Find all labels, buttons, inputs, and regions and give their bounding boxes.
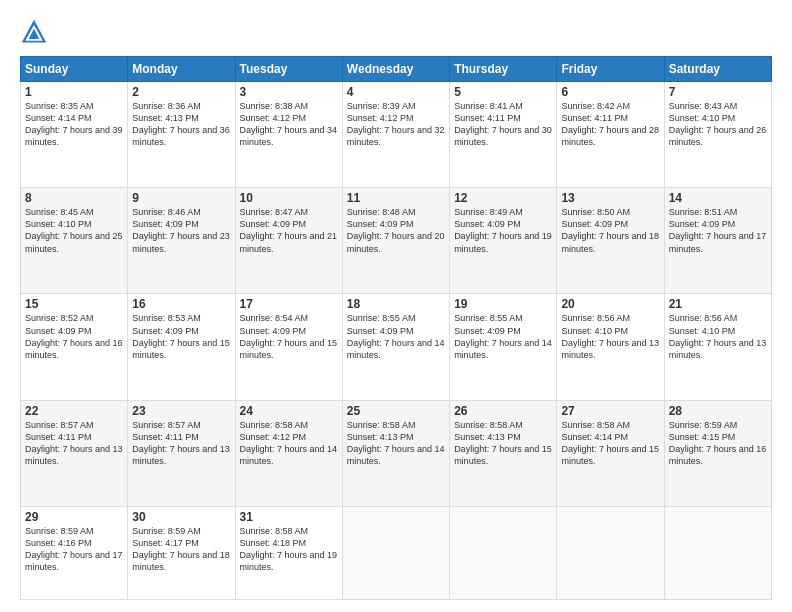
calendar-header-wednesday: Wednesday <box>342 57 449 82</box>
day-number: 19 <box>454 297 552 311</box>
calendar-cell: 20 Sunrise: 8:56 AMSunset: 4:10 PMDaylig… <box>557 294 664 400</box>
cell-info: Sunrise: 8:43 AMSunset: 4:10 PMDaylight:… <box>669 101 767 147</box>
calendar-cell: 11 Sunrise: 8:48 AMSunset: 4:09 PMDaylig… <box>342 188 449 294</box>
calendar-cell: 3 Sunrise: 8:38 AMSunset: 4:12 PMDayligh… <box>235 82 342 188</box>
cell-info: Sunrise: 8:46 AMSunset: 4:09 PMDaylight:… <box>132 207 230 253</box>
day-number: 17 <box>240 297 338 311</box>
calendar-cell: 19 Sunrise: 8:55 AMSunset: 4:09 PMDaylig… <box>450 294 557 400</box>
cell-info: Sunrise: 8:41 AMSunset: 4:11 PMDaylight:… <box>454 101 552 147</box>
cell-info: Sunrise: 8:57 AMSunset: 4:11 PMDaylight:… <box>25 420 123 466</box>
day-number: 4 <box>347 85 445 99</box>
cell-info: Sunrise: 8:36 AMSunset: 4:13 PMDaylight:… <box>132 101 230 147</box>
calendar-header-row: SundayMondayTuesdayWednesdayThursdayFrid… <box>21 57 772 82</box>
day-number: 31 <box>240 510 338 524</box>
calendar-cell: 9 Sunrise: 8:46 AMSunset: 4:09 PMDayligh… <box>128 188 235 294</box>
calendar-cell: 12 Sunrise: 8:49 AMSunset: 4:09 PMDaylig… <box>450 188 557 294</box>
cell-info: Sunrise: 8:58 AMSunset: 4:12 PMDaylight:… <box>240 420 338 466</box>
page: SundayMondayTuesdayWednesdayThursdayFrid… <box>0 0 792 612</box>
cell-info: Sunrise: 8:50 AMSunset: 4:09 PMDaylight:… <box>561 207 659 253</box>
calendar-cell: 16 Sunrise: 8:53 AMSunset: 4:09 PMDaylig… <box>128 294 235 400</box>
cell-info: Sunrise: 8:48 AMSunset: 4:09 PMDaylight:… <box>347 207 445 253</box>
cell-info: Sunrise: 8:59 AMSunset: 4:15 PMDaylight:… <box>669 420 767 466</box>
day-number: 16 <box>132 297 230 311</box>
calendar-week-row-5: 29 Sunrise: 8:59 AMSunset: 4:16 PMDaylig… <box>21 506 772 599</box>
header <box>20 18 772 46</box>
day-number: 5 <box>454 85 552 99</box>
cell-info: Sunrise: 8:53 AMSunset: 4:09 PMDaylight:… <box>132 313 230 359</box>
day-number: 8 <box>25 191 123 205</box>
day-number: 1 <box>25 85 123 99</box>
day-number: 7 <box>669 85 767 99</box>
day-number: 10 <box>240 191 338 205</box>
calendar-cell: 25 Sunrise: 8:58 AMSunset: 4:13 PMDaylig… <box>342 400 449 506</box>
day-number: 26 <box>454 404 552 418</box>
day-number: 14 <box>669 191 767 205</box>
day-number: 25 <box>347 404 445 418</box>
calendar-table: SundayMondayTuesdayWednesdayThursdayFrid… <box>20 56 772 600</box>
day-number: 11 <box>347 191 445 205</box>
cell-info: Sunrise: 8:45 AMSunset: 4:10 PMDaylight:… <box>25 207 123 253</box>
day-number: 22 <box>25 404 123 418</box>
calendar-cell: 1 Sunrise: 8:35 AMSunset: 4:14 PMDayligh… <box>21 82 128 188</box>
calendar-cell: 5 Sunrise: 8:41 AMSunset: 4:11 PMDayligh… <box>450 82 557 188</box>
cell-info: Sunrise: 8:55 AMSunset: 4:09 PMDaylight:… <box>454 313 552 359</box>
cell-info: Sunrise: 8:56 AMSunset: 4:10 PMDaylight:… <box>561 313 659 359</box>
calendar-header-friday: Friday <box>557 57 664 82</box>
cell-info: Sunrise: 8:58 AMSunset: 4:13 PMDaylight:… <box>454 420 552 466</box>
calendar-header-monday: Monday <box>128 57 235 82</box>
calendar-cell: 13 Sunrise: 8:50 AMSunset: 4:09 PMDaylig… <box>557 188 664 294</box>
calendar-cell: 26 Sunrise: 8:58 AMSunset: 4:13 PMDaylig… <box>450 400 557 506</box>
cell-info: Sunrise: 8:57 AMSunset: 4:11 PMDaylight:… <box>132 420 230 466</box>
calendar-cell <box>342 506 449 599</box>
calendar-cell: 28 Sunrise: 8:59 AMSunset: 4:15 PMDaylig… <box>664 400 771 506</box>
day-number: 21 <box>669 297 767 311</box>
day-number: 2 <box>132 85 230 99</box>
calendar-cell: 14 Sunrise: 8:51 AMSunset: 4:09 PMDaylig… <box>664 188 771 294</box>
calendar-cell: 15 Sunrise: 8:52 AMSunset: 4:09 PMDaylig… <box>21 294 128 400</box>
calendar-week-row-2: 8 Sunrise: 8:45 AMSunset: 4:10 PMDayligh… <box>21 188 772 294</box>
day-number: 24 <box>240 404 338 418</box>
cell-info: Sunrise: 8:35 AMSunset: 4:14 PMDaylight:… <box>25 101 123 147</box>
calendar-cell: 30 Sunrise: 8:59 AMSunset: 4:17 PMDaylig… <box>128 506 235 599</box>
cell-info: Sunrise: 8:42 AMSunset: 4:11 PMDaylight:… <box>561 101 659 147</box>
calendar-cell: 31 Sunrise: 8:58 AMSunset: 4:18 PMDaylig… <box>235 506 342 599</box>
cell-info: Sunrise: 8:58 AMSunset: 4:14 PMDaylight:… <box>561 420 659 466</box>
cell-info: Sunrise: 8:55 AMSunset: 4:09 PMDaylight:… <box>347 313 445 359</box>
calendar-cell: 2 Sunrise: 8:36 AMSunset: 4:13 PMDayligh… <box>128 82 235 188</box>
cell-info: Sunrise: 8:39 AMSunset: 4:12 PMDaylight:… <box>347 101 445 147</box>
cell-info: Sunrise: 8:58 AMSunset: 4:18 PMDaylight:… <box>240 526 338 572</box>
calendar-week-row-1: 1 Sunrise: 8:35 AMSunset: 4:14 PMDayligh… <box>21 82 772 188</box>
calendar-header-saturday: Saturday <box>664 57 771 82</box>
calendar-week-row-3: 15 Sunrise: 8:52 AMSunset: 4:09 PMDaylig… <box>21 294 772 400</box>
cell-info: Sunrise: 8:59 AMSunset: 4:17 PMDaylight:… <box>132 526 230 572</box>
calendar-cell <box>450 506 557 599</box>
calendar-cell: 22 Sunrise: 8:57 AMSunset: 4:11 PMDaylig… <box>21 400 128 506</box>
day-number: 29 <box>25 510 123 524</box>
calendar-cell: 21 Sunrise: 8:56 AMSunset: 4:10 PMDaylig… <box>664 294 771 400</box>
calendar-header-thursday: Thursday <box>450 57 557 82</box>
cell-info: Sunrise: 8:56 AMSunset: 4:10 PMDaylight:… <box>669 313 767 359</box>
calendar-cell: 8 Sunrise: 8:45 AMSunset: 4:10 PMDayligh… <box>21 188 128 294</box>
day-number: 3 <box>240 85 338 99</box>
calendar-cell: 10 Sunrise: 8:47 AMSunset: 4:09 PMDaylig… <box>235 188 342 294</box>
day-number: 6 <box>561 85 659 99</box>
logo-icon <box>20 18 48 46</box>
cell-info: Sunrise: 8:52 AMSunset: 4:09 PMDaylight:… <box>25 313 123 359</box>
calendar-header-tuesday: Tuesday <box>235 57 342 82</box>
day-number: 12 <box>454 191 552 205</box>
calendar-cell: 23 Sunrise: 8:57 AMSunset: 4:11 PMDaylig… <box>128 400 235 506</box>
cell-info: Sunrise: 8:59 AMSunset: 4:16 PMDaylight:… <box>25 526 123 572</box>
calendar-cell <box>664 506 771 599</box>
day-number: 27 <box>561 404 659 418</box>
calendar-cell: 4 Sunrise: 8:39 AMSunset: 4:12 PMDayligh… <box>342 82 449 188</box>
cell-info: Sunrise: 8:54 AMSunset: 4:09 PMDaylight:… <box>240 313 338 359</box>
cell-info: Sunrise: 8:51 AMSunset: 4:09 PMDaylight:… <box>669 207 767 253</box>
day-number: 28 <box>669 404 767 418</box>
day-number: 20 <box>561 297 659 311</box>
day-number: 30 <box>132 510 230 524</box>
day-number: 23 <box>132 404 230 418</box>
calendar-cell: 27 Sunrise: 8:58 AMSunset: 4:14 PMDaylig… <box>557 400 664 506</box>
calendar-header-sunday: Sunday <box>21 57 128 82</box>
day-number: 18 <box>347 297 445 311</box>
calendar-cell: 24 Sunrise: 8:58 AMSunset: 4:12 PMDaylig… <box>235 400 342 506</box>
